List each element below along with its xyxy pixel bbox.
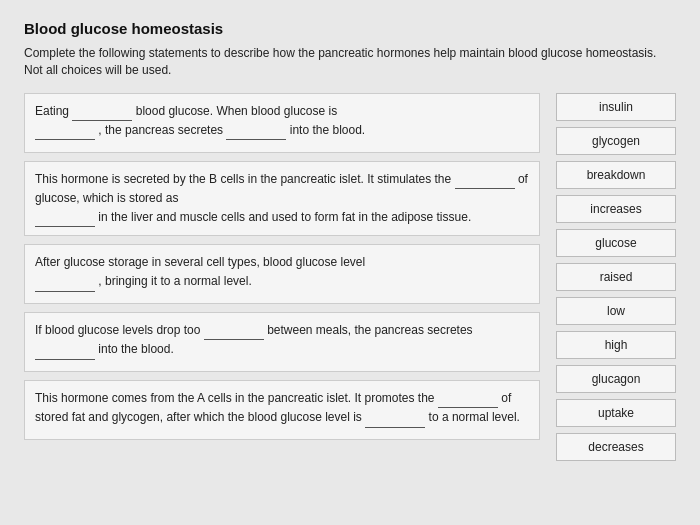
blank-2-1[interactable] (455, 175, 515, 189)
answer-uptake[interactable]: uptake (556, 399, 676, 427)
statement-2: This hormone is secreted by the B cells … (24, 161, 540, 237)
stmt3-text2: , bringing it to a normal level. (98, 274, 251, 288)
left-column: Eating blood glucose. When blood glucose… (24, 93, 540, 461)
stmt4-text3: into the blood. (98, 342, 173, 356)
blank-5-2[interactable] (365, 414, 425, 428)
blank-1-2[interactable] (35, 126, 95, 140)
answer-increases[interactable]: increases (556, 195, 676, 223)
main-layout: Eating blood glucose. When blood glucose… (24, 93, 676, 461)
stmt1-text3: , the pancreas secretes (98, 123, 226, 137)
answer-glucose[interactable]: glucose (556, 229, 676, 257)
statement-5: This hormone comes from the A cells in t… (24, 380, 540, 440)
stmt2-text3: in the liver and muscle cells and used t… (98, 210, 471, 224)
page: Blood glucose homeostasis Complete the f… (0, 0, 700, 525)
statement-4: If blood glucose levels drop too between… (24, 312, 540, 372)
answer-insulin[interactable]: insulin (556, 93, 676, 121)
answer-bank: insulin glycogen breakdown increases glu… (556, 93, 676, 461)
answer-breakdown[interactable]: breakdown (556, 161, 676, 189)
statement-1: Eating blood glucose. When blood glucose… (24, 93, 540, 153)
blank-4-2[interactable] (35, 346, 95, 360)
stmt4-text1: If blood glucose levels drop too (35, 323, 204, 337)
stmt5-text3: to a normal level. (429, 410, 520, 424)
stmt5-text1: This hormone comes from the A cells in t… (35, 391, 438, 405)
stmt1-text1: Eating (35, 104, 72, 118)
blank-1-3[interactable] (226, 126, 286, 140)
answer-raised[interactable]: raised (556, 263, 676, 291)
stmt1-text4: into the blood. (290, 123, 365, 137)
stmt1-text2: blood glucose. When blood glucose is (136, 104, 337, 118)
blank-4-1[interactable] (204, 326, 264, 340)
answer-high[interactable]: high (556, 331, 676, 359)
blank-1-1[interactable] (72, 107, 132, 121)
blank-2-2[interactable] (35, 213, 95, 227)
answer-glucagon[interactable]: glucagon (556, 365, 676, 393)
instructions-text: Complete the following statements to des… (24, 45, 676, 79)
stmt4-text2: between meals, the pancreas secretes (267, 323, 472, 337)
answer-low[interactable]: low (556, 297, 676, 325)
stmt3-text1: After glucose storage in several cell ty… (35, 255, 365, 269)
stmt2-text1: This hormone is secreted by the B cells … (35, 172, 455, 186)
blank-3-1[interactable] (35, 278, 95, 292)
answer-decreases[interactable]: decreases (556, 433, 676, 461)
statement-3: After glucose storage in several cell ty… (24, 244, 540, 304)
blank-5-1[interactable] (438, 394, 498, 408)
page-title: Blood glucose homeostasis (24, 20, 676, 37)
answer-glycogen[interactable]: glycogen (556, 127, 676, 155)
